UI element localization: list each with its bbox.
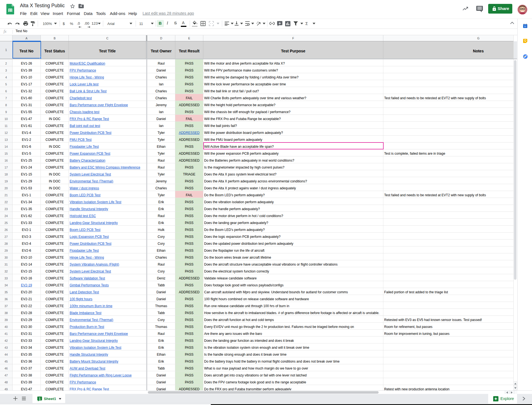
svg-text:1: 1 bbox=[39, 397, 40, 400]
svg-text:31: 31 bbox=[524, 25, 526, 28]
